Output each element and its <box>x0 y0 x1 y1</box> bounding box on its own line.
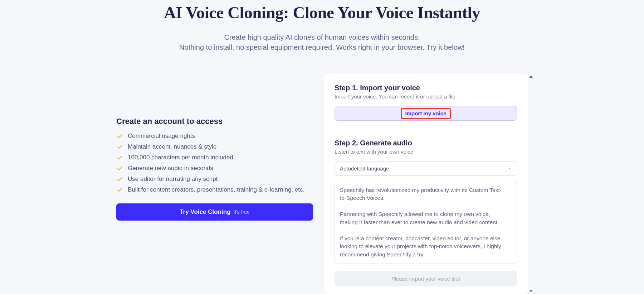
feature-item: Maintain accent, nuances & style <box>116 143 313 150</box>
textarea-wrap <box>335 181 517 265</box>
cta-sublabel: It's free <box>233 209 249 215</box>
check-icon <box>116 186 123 193</box>
right-panel: Step 1. Import your voice Import your vo… <box>324 74 528 294</box>
feature-item: Commercial usage rights <box>116 132 313 140</box>
step1-title: Step 1. Import your voice <box>335 84 517 92</box>
left-column: Create an account to access Commercial u… <box>116 74 313 294</box>
feature-text: Built for content creators, presentation… <box>128 186 304 193</box>
scroll-down-icon[interactable] <box>529 290 533 292</box>
page-title: AI Voice Cloning: Clone Your Voice Insta… <box>0 0 644 22</box>
panel-scroll-indicator <box>529 74 534 294</box>
feature-text: 100,000 characters per month included <box>128 154 233 161</box>
right-panel-wrap: Step 1. Import your voice Import your vo… <box>324 74 528 294</box>
feature-text: Generate new audio in seconds <box>128 165 213 172</box>
subtitle-line-2: Nothing to install, no special equipment… <box>0 42 644 52</box>
cta-label: Try Voice Cloning <box>180 208 230 216</box>
feature-item: Generate new audio in seconds <box>116 165 313 172</box>
feature-text: Maintain accent, nuances & style <box>128 143 217 150</box>
content-wrap: Create an account to access Commercial u… <box>0 52 644 294</box>
scroll-up-icon[interactable] <box>529 75 533 78</box>
check-icon <box>116 154 123 161</box>
check-icon <box>116 175 123 183</box>
page-subtitle: Create high quality AI clones of human v… <box>0 32 644 52</box>
divider <box>335 131 517 131</box>
feature-item: Use editor for narrating any script <box>116 175 313 183</box>
check-icon <box>116 143 123 150</box>
import-button-wrap: Import my voice <box>335 106 517 121</box>
script-textarea[interactable] <box>335 181 517 264</box>
feature-item: 100,000 characters per month included <box>116 154 313 161</box>
step2-desc: Listen to text with your own voice <box>335 149 517 155</box>
step1-desc: Import your voice. You can record it or … <box>335 93 517 100</box>
chevron-down-icon <box>507 165 512 172</box>
feature-list: Commercial usage rights Maintain accent,… <box>116 132 313 193</box>
feature-text: Use editor for narrating any script <box>128 175 218 183</box>
try-voice-cloning-button[interactable]: Try Voice Cloning It's free <box>116 203 313 221</box>
import-my-voice-button[interactable]: Import my voice <box>335 106 517 121</box>
account-heading: Create an account to access <box>116 117 313 126</box>
check-icon <box>116 165 123 172</box>
step2-title: Step 2. Generate audio <box>335 139 517 147</box>
feature-text: Commercial usage rights <box>128 132 195 140</box>
subtitle-line-1: Create high quality AI clones of human v… <box>0 32 644 42</box>
feature-item: Built for content creators, presentation… <box>116 186 313 193</box>
check-icon <box>116 132 123 140</box>
generate-disabled-button: Please import your voice first <box>335 271 517 286</box>
language-select[interactable]: Autodetect language <box>335 161 517 176</box>
language-selected-value: Autodetect language <box>340 165 389 172</box>
